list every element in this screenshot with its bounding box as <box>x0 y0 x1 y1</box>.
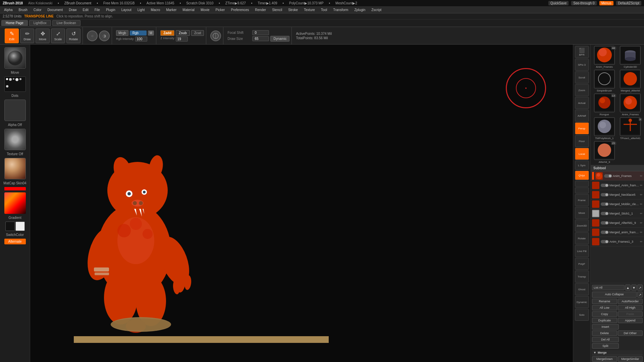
actual-button[interactable]: Actual <box>575 97 589 109</box>
brush-preview[interactable] <box>4 47 26 69</box>
subtool-anim-frames[interactable]: Anim_Frames ✏ <box>591 171 644 181</box>
swatch-white[interactable] <box>15 222 25 231</box>
subtool-anim-frames1-3[interactable]: Anim_Frames1_3 ✏ <box>591 237 644 246</box>
matcap-preview[interactable] <box>4 158 26 179</box>
m-button[interactable]: M <box>148 31 154 36</box>
menu-alpha[interactable]: Alpha <box>1 7 15 12</box>
menu-stroke[interactable]: Stroke <box>285 7 301 12</box>
subtool-merged-anim3[interactable]: Merged_Anim_frames3 ✏ <box>591 181 644 190</box>
subtool-anim-edit-icon[interactable]: ✏ <box>640 174 643 178</box>
menu-layout[interactable]: Layout <box>119 7 134 12</box>
tab-live-boolean[interactable]: Live Boolean <box>52 20 80 26</box>
menu-marker[interactable]: Marker <box>163 7 179 12</box>
zadd-button[interactable]: Zadd <box>160 30 174 36</box>
scroll-button[interactable]: Scroll <box>575 71 589 83</box>
menu-document[interactable]: Document <box>45 7 66 12</box>
polyf-button[interactable]: PolyF <box>575 258 589 270</box>
menu-transform[interactable]: Transform <box>330 7 351 12</box>
menu-preferences[interactable]: Preferences <box>228 7 252 12</box>
frame-button[interactable]: Frame <box>575 194 589 206</box>
split-button[interactable]: Split <box>592 343 619 349</box>
subtool-merged-necklace5[interactable]: Merged_Necklace5 ✏ <box>591 190 644 199</box>
menu-tool[interactable]: Tool <box>318 7 330 12</box>
del-all-button[interactable]: Del All <box>592 337 619 342</box>
color-picker[interactable] <box>4 192 26 214</box>
palette-simplebrush[interactable]: SimpleBrush <box>592 70 617 92</box>
menu-zplugin[interactable]: Zplugin <box>352 7 368 12</box>
subtool-merged-anim3-edit-icon[interactable]: ✏ <box>640 184 643 187</box>
persp-button[interactable]: Persp <box>575 122 589 134</box>
subtool-merged-necklace5-edit-icon[interactable]: ✏ <box>640 193 643 196</box>
move-button[interactable]: ✥ Move <box>36 28 50 43</box>
subtool-merged-anim28-edit-icon[interactable]: ✏ <box>640 231 643 234</box>
palette-anim-frames[interactable]: 48 Anim_Frames <box>592 46 617 68</box>
bpr-button[interactable]: ⬛ BPR <box>575 46 589 58</box>
all-high-button[interactable]: All High <box>618 305 643 310</box>
dots-preview[interactable] <box>4 76 26 92</box>
circle-btn-2[interactable]: ◑ <box>99 31 110 41</box>
menu-material[interactable]: Material <box>180 7 197 12</box>
list-all-button[interactable]: List All <box>592 285 625 290</box>
menu-color[interactable]: Color <box>31 7 44 12</box>
menu-picker[interactable]: Picker <box>213 7 228 12</box>
delete-button[interactable]: Delete <box>592 330 617 336</box>
subtool-anim-toggle[interactable] <box>604 174 612 178</box>
rgb-intensity-value[interactable]: 100 <box>135 37 147 42</box>
btn-p2[interactable] <box>575 187 589 193</box>
rotate3d-button[interactable]: Rotate <box>575 232 589 244</box>
append-button[interactable]: Append <box>618 318 643 323</box>
subtool-merged-necklace5-toggle[interactable] <box>601 193 609 196</box>
local-button[interactable]: Local <box>575 148 589 160</box>
subtool-merged-anim28[interactable]: Merged_anim_frames1_28 ✏ <box>591 228 644 237</box>
menu-texture[interactable]: Texture <box>301 7 318 12</box>
zsub-button[interactable]: Zsub <box>176 30 190 36</box>
menu-stencil[interactable]: Stencil <box>269 7 285 12</box>
alpha-preview[interactable] <box>4 100 26 121</box>
auto-collapse-arrow[interactable]: ↗ <box>637 292 643 298</box>
zoom3d-button[interactable]: Zoom3D <box>575 220 589 232</box>
scale-button[interactable]: ⤢ Scale <box>51 28 65 43</box>
lsym-button[interactable]: L Sym <box>575 161 589 170</box>
quicksave-button[interactable]: QuickSave <box>548 1 569 5</box>
list-arrow-up[interactable]: ▲ <box>625 285 631 291</box>
subtool-merged-afterhit9[interactable]: Merged_Afterhit1_9 ✏ <box>591 218 644 228</box>
copy-button[interactable]: Copy <box>592 311 617 317</box>
zoom-button[interactable]: Zoom <box>575 84 589 96</box>
rgb-button[interactable]: Rgb <box>130 31 147 36</box>
floor-button[interactable]: Floor <box>575 135 589 147</box>
subtool-merged-anim28-toggle[interactable] <box>601 231 609 234</box>
dynamic-button[interactable]: Dynamic <box>575 296 589 308</box>
subtool-merged-stick-edit-icon[interactable]: ✏ <box>640 212 643 215</box>
subtool-anim-frames1-3-toggle[interactable] <box>601 240 609 243</box>
paste-button[interactable]: Paste <box>618 311 643 317</box>
rotate-button[interactable]: ↺ Rotate <box>66 28 80 43</box>
spix-button[interactable]: SPix 3 <box>575 59 589 71</box>
color-indicator-row[interactable] <box>4 187 26 190</box>
tab-lightbox[interactable]: LightBox <box>29 20 51 26</box>
linepill-button[interactable]: Line Pill <box>575 245 589 257</box>
focal-shift-value[interactable]: 0 <box>252 30 269 35</box>
tab-homepage[interactable]: Home Page <box>1 20 28 26</box>
merge-down-button[interactable]: MergeDown <box>592 356 617 362</box>
zcat-button[interactable]: Zcat <box>191 30 204 36</box>
default-zscript-button[interactable]: DefaultZScript <box>616 1 641 5</box>
list-arrow-down[interactable]: ▼ <box>631 285 637 291</box>
auto-collapse-button[interactable]: Auto Collapse <box>592 292 637 298</box>
palette-afterhit8[interactable]: 25 Afterhit_8 <box>592 141 617 164</box>
menu-plugin[interactable]: Plugin <box>103 7 118 12</box>
subtool-header[interactable]: Subtool <box>591 165 644 171</box>
draw-size-value[interactable]: 65 <box>252 36 269 41</box>
see-through-button[interactable]: See-through 0 <box>571 1 596 5</box>
merge-section-header[interactable]: ▼ Merge <box>592 350 643 355</box>
menu-brush[interactable]: Brush <box>16 7 30 12</box>
all-low-button[interactable]: All Low <box>592 305 617 310</box>
menu-edit[interactable]: Edit <box>80 7 91 12</box>
list-right-arrow[interactable]: ↗ <box>637 285 643 291</box>
subtool-merged-stick[interactable]: Merged_Stick1_1 ✏ <box>591 209 644 218</box>
solo-button[interactable]: Solo <box>575 309 589 321</box>
menu-file[interactable]: File <box>92 7 103 12</box>
menu-movie[interactable]: Movie <box>198 7 212 12</box>
insert-button[interactable]: Insert <box>592 324 619 329</box>
subtool-merged-moblin-toggle[interactable] <box>601 202 609 206</box>
menu-macro[interactable]: Macro <box>148 7 163 12</box>
